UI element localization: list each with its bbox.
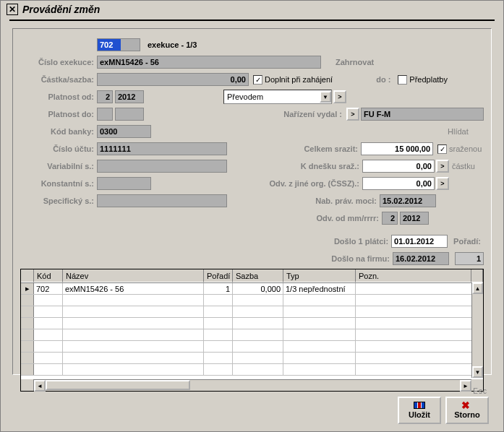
code-description: exekuce - 1/3 <box>148 40 197 49</box>
konstantni-field[interactable] <box>97 177 151 190</box>
col-nazev[interactable]: Název <box>63 269 204 282</box>
variabilni-field[interactable] <box>97 160 227 173</box>
celkem-label: Celkem srazit: <box>304 144 361 153</box>
castka-label: Částka/sazba: <box>20 75 97 84</box>
cislo-exekuce-label: Číslo exekuce: <box>20 58 97 66</box>
hlidat-label: Hlídat <box>448 127 484 136</box>
predplatby-label: Předplatby <box>409 75 448 84</box>
scroll-thumb[interactable] <box>46 380 190 390</box>
table-row[interactable]: ▸ 702 exMN15426 - 56 1 0,000 1/3 nepředn… <box>21 283 483 295</box>
save-button-label: Uložit <box>409 410 430 419</box>
kod-banky-field[interactable]: 0300 <box>97 125 151 138</box>
nabprav-label: Nab. práv. moci: <box>315 196 380 205</box>
do-label: do : <box>376 75 393 84</box>
narizeni-label: Nařízení vydal : <box>283 110 345 118</box>
cell-pozn <box>356 283 483 294</box>
doslofirmu-label: Došlo na firmu: <box>331 254 393 263</box>
chevron-down-icon[interactable]: ▼ <box>320 91 331 103</box>
platnost-do-label: Platnost do: <box>20 110 97 118</box>
doplnit-label: Doplnit při zahájení <box>265 75 333 84</box>
scroll-up-icon[interactable]: ▲ <box>472 282 483 294</box>
konstantni-label: Konstantní s.: <box>20 179 97 188</box>
platnost-do-month[interactable] <box>97 108 113 121</box>
poradi-field[interactable]: 1 <box>455 252 484 265</box>
cancel-icon: ✖ <box>461 402 473 409</box>
horizontal-scrollbar[interactable]: ◄ ► <box>34 379 471 391</box>
cancel-button-label: Storno <box>454 410 479 419</box>
castku-label: částku <box>452 162 484 170</box>
doslo1-field[interactable]: 01.01.2012 <box>391 235 448 248</box>
scroll-down-icon[interactable]: ▼ <box>472 366 483 378</box>
odvjine-field[interactable]: 0,00 <box>362 177 435 190</box>
narizeni-field[interactable]: FU F-M <box>361 108 484 121</box>
cell-nazev: exMN15426 - 56 <box>63 283 204 294</box>
kdnesku-button[interactable]: > <box>436 160 449 173</box>
col-pozn[interactable]: Pozn. <box>356 269 471 282</box>
predplatby-checkbox[interactable] <box>398 75 407 85</box>
esc-hint: Esc <box>473 387 487 395</box>
doslofirmu-field[interactable]: 16.02.2012 <box>393 252 449 265</box>
cell-kod: 702 <box>34 283 63 294</box>
platnost-od-year[interactable]: 2012 <box>115 90 144 103</box>
cislo-exekuce-field[interactable]: exMN15426 - 56 <box>97 56 321 69</box>
cell-sazba: 0,000 <box>233 283 283 294</box>
zahrnovat-label: Zahrnovat <box>336 58 377 66</box>
prevod-combo[interactable]: Převodem ▼ <box>223 90 332 104</box>
prevod-lookup-button[interactable]: > <box>333 90 346 103</box>
data-grid[interactable]: Kód Název Pořadí Sazba Typ Pozn. ▸ 702 e… <box>20 269 484 392</box>
platnost-od-label: Platnost od: <box>20 92 97 101</box>
cell-typ: 1/3 nepřednostní <box>283 283 356 294</box>
col-kod[interactable]: Kód <box>34 269 63 282</box>
castka-field[interactable]: 0,00 <box>97 73 249 86</box>
kdnesku-label: K dnešku sraž.: <box>301 162 362 170</box>
nabprav-field[interactable]: 15.02.2012 <box>380 194 436 207</box>
vertical-scrollbar[interactable]: ▲ ▼ <box>471 282 483 378</box>
kod-banky-label: Kód banky: <box>20 127 97 136</box>
row-selector-icon[interactable]: ▸ <box>21 283 34 294</box>
variabilni-label: Variabilní s.: <box>20 162 97 170</box>
celkem-field[interactable]: 15 000,00 <box>361 142 433 155</box>
specificky-field[interactable] <box>97 194 227 207</box>
col-poradi[interactable]: Pořadí <box>204 269 233 282</box>
close-button[interactable]: ✕ <box>7 4 18 15</box>
doslo1-label: Došlo 1 plátci: <box>334 237 391 246</box>
scroll-left-icon[interactable]: ◄ <box>34 380 46 392</box>
specificky-label: Specifický s.: <box>20 196 97 205</box>
kdnesku-field[interactable]: 0,00 <box>362 160 435 173</box>
cell-poradi: 1 <box>204 283 233 294</box>
odvod-year[interactable]: 2012 <box>400 212 429 225</box>
hlidat-checkbox[interactable]: ✓ <box>437 144 447 154</box>
col-sazba[interactable]: Sazba <box>233 269 283 282</box>
code-value: 702 <box>98 39 121 51</box>
odvjine-label: Odv. z jiné org. (ČSSZ).: <box>270 179 362 188</box>
col-typ[interactable]: Typ <box>283 269 356 282</box>
odvjine-button[interactable]: > <box>436 177 449 190</box>
platnost-do-year[interactable] <box>115 108 144 121</box>
srazenou-label: sraženou <box>449 144 484 153</box>
title-divider <box>9 20 495 21</box>
doplnit-checkbox[interactable]: ✓ <box>253 75 262 85</box>
prevod-value: Převodem <box>224 92 320 101</box>
save-button[interactable]: Uložit <box>398 397 441 424</box>
poradi-label: Pořadí: <box>453 237 484 246</box>
code-field[interactable]: 702 <box>97 38 140 51</box>
narizeni-lookup-button[interactable]: > <box>346 108 359 121</box>
cislo-uctu-label: Číslo účtu: <box>20 144 97 153</box>
platnost-od-month[interactable]: 2 <box>97 90 113 103</box>
scroll-right-icon[interactable]: ► <box>460 380 471 392</box>
cislo-uctu-field[interactable]: 1111111 <box>97 142 227 155</box>
window-title: Provádění změn <box>22 4 100 15</box>
odvod-label: Odv. od mm/rrrr: <box>316 214 382 223</box>
cancel-button[interactable]: ✖ Storno <box>445 397 489 424</box>
odvod-month[interactable]: 2 <box>382 212 398 225</box>
save-icon <box>414 402 425 409</box>
